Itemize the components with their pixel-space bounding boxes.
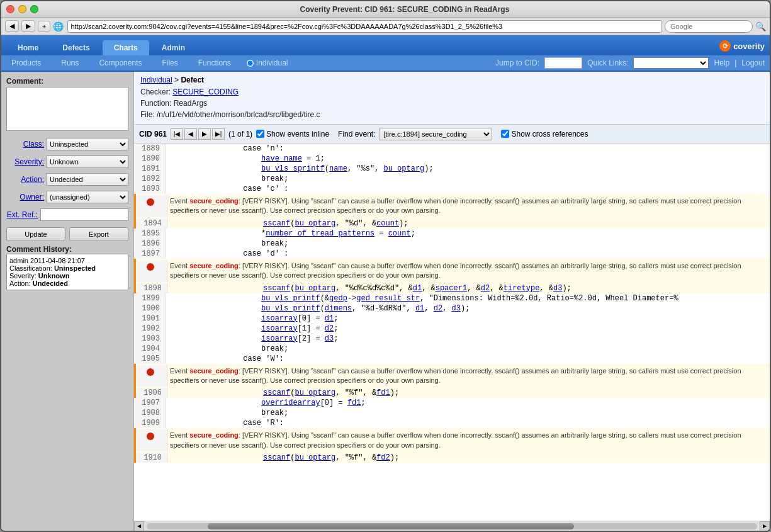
code-toolbar: CID 961 |◀ ◀ ▶ ▶| (1 of 1) Show events i… — [134, 125, 770, 144]
action-label[interactable]: Action: — [6, 175, 44, 184]
subnav-runs[interactable]: Runs — [56, 57, 84, 69]
subnav-components[interactable]: Components — [94, 57, 147, 69]
export-button[interactable]: Export — [69, 227, 128, 241]
scroll-right-btn[interactable]: ▶ — [760, 521, 770, 531]
tab-home[interactable]: Home — [6, 40, 50, 55]
function-label: Function: — [140, 99, 174, 108]
tab-bar: Home Defects Charts Admin ⟳ coverity — [1, 35, 770, 55]
file-path: /n/uf1/e/vld/other/morrison/brlcad/src/l… — [157, 110, 320, 119]
bottom-scrollbar[interactable]: ◀ ▶ — [134, 521, 770, 531]
show-events-label[interactable]: Show events inline — [256, 130, 329, 139]
show-cross-refs-label[interactable]: Show cross references — [501, 130, 588, 139]
jump-cid-input[interactable] — [544, 57, 582, 69]
back-button[interactable]: ◀ — [5, 20, 19, 32]
tab-charts[interactable]: Charts — [103, 40, 149, 55]
search-icon: 🔍 — [755, 21, 766, 31]
quick-links-label: Quick Links: — [587, 59, 628, 67]
have-name-link[interactable]: have_name — [261, 154, 302, 163]
url-bar[interactable] — [67, 20, 662, 33]
owner-select[interactable]: (unassigned) — [47, 191, 128, 203]
owner-label[interactable]: Owner: — [6, 193, 44, 201]
window-title: Coverity Prevent: CID 961: SECURE_CODING… — [45, 5, 765, 14]
history-item-1: Classification: Uninspected — [9, 264, 125, 272]
update-button[interactable]: Update — [6, 227, 65, 241]
show-cross-refs-checkbox[interactable] — [501, 130, 509, 138]
checker-link[interactable]: SECURE_CODING — [172, 88, 239, 96]
class-select[interactable]: Uninspected — [47, 138, 128, 150]
owner-row: Owner: (unassigned) — [6, 191, 128, 203]
comment-history-label: Comment History: — [6, 245, 128, 254]
find-event-label: Find event: — [338, 130, 375, 139]
severity-select[interactable]: Unknown — [47, 156, 128, 168]
code-line-1891: 1891 bu_vls_sprintf(name, "%s", bu_optar… — [134, 164, 770, 174]
code-line-1896: 1896 break; — [134, 239, 770, 249]
bu-vls-sprintf-link[interactable]: bu_vls_sprintf — [261, 164, 325, 173]
class-label[interactable]: Class: — [6, 140, 44, 149]
event-dot-4 — [147, 433, 154, 440]
ext-ref-input[interactable] — [40, 208, 128, 221]
tab-admin[interactable]: Admin — [150, 40, 196, 55]
tab-defects[interactable]: Defects — [51, 40, 101, 55]
scroll-thumb — [208, 523, 574, 529]
logout-link[interactable]: Logout — [741, 59, 765, 67]
code-line-1892: 1892 break; — [134, 174, 770, 184]
search-bar[interactable] — [665, 20, 753, 33]
radio-individual-label[interactable]: Individual — [246, 59, 288, 67]
ext-ref-row: Ext. Ref.: — [6, 208, 128, 221]
code-line-1889: 1889 case 'n': — [134, 144, 770, 154]
severity-label[interactable]: Severity: — [6, 157, 44, 166]
next-btn[interactable]: ▶ — [198, 128, 211, 140]
last-btn[interactable]: ▶| — [212, 128, 225, 140]
comment-label: Comment: — [6, 77, 128, 86]
scroll-track[interactable] — [147, 523, 757, 529]
breadcrumb-individual[interactable]: Individual — [140, 76, 172, 84]
find-event-select[interactable]: [tire.c:1894] secure_coding — [379, 128, 492, 140]
class-row: Class: Uninspected — [6, 138, 128, 150]
comment-history-section: Comment History: admin 2011-04-08 21:07 … — [6, 245, 128, 290]
first-btn[interactable]: |◀ — [171, 128, 183, 140]
scroll-left-btn[interactable]: ◀ — [134, 521, 144, 531]
sub-nav-right: Jump to CID: Quick Links: Help | Logout — [495, 57, 765, 69]
close-button[interactable] — [6, 5, 14, 13]
event-row-4: Event secure_coding: [VERY RISKY]. Using… — [134, 428, 770, 453]
title-bar: Coverity Prevent: CID 961: SECURE_CODING… — [1, 1, 770, 18]
breadcrumb-defect: Defect — [181, 76, 204, 84]
forward-button[interactable]: ▶ — [21, 20, 35, 32]
globe-icon: 🌐 — [53, 21, 64, 31]
code-line-1902: 1902 isoarray[1] = d2; — [134, 324, 770, 334]
code-line-1899: 1899 bu_vls_printf(&gedp->ged_result_str… — [134, 293, 770, 303]
sidebar-buttons: Update Export — [6, 227, 128, 241]
subnav-functions[interactable]: Functions — [193, 57, 236, 69]
code-line-1893: 1893 case 'c' : — [134, 184, 770, 194]
code-line-1907: 1907 overridearray[0] = fd1; — [134, 398, 770, 408]
radio-individual[interactable] — [246, 59, 254, 67]
event-row-2: Event secure_coding: [VERY RISKY]. Using… — [134, 259, 770, 283]
file-label: File: — [140, 110, 157, 119]
right-panel: Individual > Defect Checker: SECURE_CODI… — [133, 72, 770, 531]
code-line-1894: 1894 sscanf(bu_optarg, "%d", &count); — [134, 218, 770, 229]
code-line-1906: 1906 sscanf(bu_optarg, "%f", &fd1); — [134, 388, 770, 398]
function-name: ReadArgs — [174, 99, 207, 108]
minimize-button[interactable] — [18, 5, 26, 13]
refresh-button[interactable]: + — [38, 21, 50, 32]
action-row: Action: Undecided — [6, 173, 128, 186]
breadcrumb: Individual > Defect — [140, 76, 763, 84]
main-content: Comment: Class: Uninspected Severity: Un… — [1, 72, 770, 531]
code-line-1910: 1910 sscanf(bu_optarg, "%f", &fd2); — [134, 453, 770, 463]
sidebar: Comment: Class: Uninspected Severity: Un… — [1, 72, 133, 531]
prev-btn[interactable]: ◀ — [184, 128, 197, 140]
window-buttons — [6, 5, 38, 13]
jump-cid-label: Jump to CID: — [495, 59, 539, 67]
maximize-button[interactable] — [30, 5, 38, 13]
action-select[interactable]: Undecided — [47, 173, 128, 186]
comment-input[interactable] — [6, 87, 128, 131]
nav-arrows: |◀ ◀ ▶ ▶| — [171, 128, 225, 140]
history-item-0: admin 2011-04-08 21:07 — [9, 257, 125, 264]
subnav-files[interactable]: Files — [157, 57, 183, 69]
show-events-checkbox[interactable] — [256, 130, 264, 138]
help-link[interactable]: Help — [714, 59, 729, 67]
comment-history: admin 2011-04-08 21:07 Classification: U… — [6, 254, 128, 290]
code-view[interactable]: 1889 case 'n': 1890 have_name = 1; 1891 — [134, 144, 770, 521]
quick-links-select[interactable] — [633, 57, 709, 69]
subnav-products[interactable]: Products — [6, 57, 46, 69]
